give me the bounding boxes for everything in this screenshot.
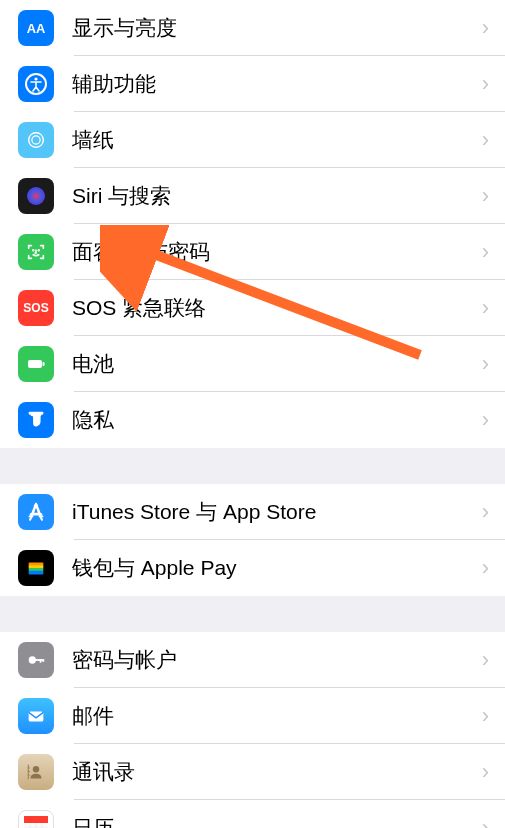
svg-rect-26 xyxy=(28,771,30,772)
appstore-icon xyxy=(18,494,54,530)
row-privacy[interactable]: 隐私 › xyxy=(0,392,505,448)
chevron-right-icon: › xyxy=(482,183,505,209)
chevron-right-icon: › xyxy=(482,499,505,525)
svg-point-2 xyxy=(34,77,37,80)
svg-rect-13 xyxy=(30,513,43,515)
row-label: 日历 xyxy=(72,814,482,828)
row-label: 辅助功能 xyxy=(72,70,482,98)
chevron-right-icon: › xyxy=(482,239,505,265)
row-label: 邮件 xyxy=(72,702,482,730)
row-label: 面容 ID 与密码 xyxy=(72,238,482,266)
mail-icon xyxy=(18,698,54,734)
row-label: 墙纸 xyxy=(72,126,482,154)
chevron-right-icon: › xyxy=(482,647,505,673)
row-accessibility[interactable]: 辅助功能 › xyxy=(0,56,505,112)
row-wallet[interactable]: 钱包与 Apple Pay › xyxy=(0,540,505,596)
row-wallpaper[interactable]: 墙纸 › xyxy=(0,112,505,168)
row-battery[interactable]: 电池 › xyxy=(0,336,505,392)
row-label: SOS 紧急联络 xyxy=(72,294,482,322)
sos-icon: SOS xyxy=(18,290,54,326)
svg-rect-10 xyxy=(43,362,45,366)
row-siri[interactable]: Siri 与搜索 › xyxy=(0,168,505,224)
chevron-right-icon: › xyxy=(482,71,505,97)
row-label: 显示与亮度 xyxy=(72,14,482,42)
svg-point-7 xyxy=(38,250,39,251)
row-passwords[interactable]: 密码与帐户 › xyxy=(0,632,505,688)
row-contacts[interactable]: 通讯录 › xyxy=(0,744,505,800)
faceid-icon xyxy=(18,234,54,270)
settings-group-3: 密码与帐户 › 邮件 › 通讯录 › 日历 › xyxy=(0,632,505,828)
row-calendar[interactable]: 日历 › xyxy=(0,800,505,828)
row-sos[interactable]: SOS SOS 紧急联络 › xyxy=(0,280,505,336)
row-label: 电池 xyxy=(72,350,482,378)
chevron-right-icon: › xyxy=(482,555,505,581)
settings-group-2: iTunes Store 与 App Store › 钱包与 Apple Pay… xyxy=(0,484,505,596)
row-display[interactable]: AA 显示与亮度 › xyxy=(0,0,505,56)
svg-text:SOS: SOS xyxy=(23,301,48,315)
svg-rect-28 xyxy=(24,816,48,823)
chevron-right-icon: › xyxy=(482,703,505,729)
siri-icon xyxy=(18,178,54,214)
svg-rect-27 xyxy=(28,775,30,776)
chevron-right-icon: › xyxy=(482,351,505,377)
wallet-icon xyxy=(18,550,54,586)
svg-rect-21 xyxy=(42,659,44,662)
group-spacer xyxy=(0,596,505,632)
row-label: Siri 与搜索 xyxy=(72,182,482,210)
svg-rect-9 xyxy=(28,360,42,368)
row-faceid[interactable]: 面容 ID 与密码 › xyxy=(0,224,505,280)
chevron-right-icon: › xyxy=(482,815,505,828)
chevron-right-icon: › xyxy=(482,127,505,153)
svg-point-23 xyxy=(33,766,39,772)
svg-point-6 xyxy=(33,250,34,251)
contacts-icon xyxy=(18,754,54,790)
svg-rect-25 xyxy=(28,767,30,768)
svg-point-4 xyxy=(32,136,40,144)
row-label: 钱包与 Apple Pay xyxy=(72,554,482,582)
svg-rect-17 xyxy=(29,571,44,575)
battery-icon xyxy=(18,346,54,382)
row-label: 隐私 xyxy=(72,406,482,434)
svg-rect-22 xyxy=(29,711,44,721)
svg-rect-19 xyxy=(35,659,43,661)
chevron-right-icon: › xyxy=(482,759,505,785)
svg-point-5 xyxy=(27,187,45,205)
row-itunes[interactable]: iTunes Store 与 App Store › xyxy=(0,484,505,540)
calendar-icon xyxy=(18,810,54,828)
svg-point-18 xyxy=(29,656,36,663)
privacy-icon xyxy=(18,402,54,438)
display-icon: AA xyxy=(18,10,54,46)
row-mail[interactable]: 邮件 › xyxy=(0,688,505,744)
chevron-right-icon: › xyxy=(482,295,505,321)
chevron-right-icon: › xyxy=(482,407,505,433)
group-spacer xyxy=(0,448,505,484)
accessibility-icon xyxy=(18,66,54,102)
chevron-right-icon: › xyxy=(482,15,505,41)
settings-group-1: AA 显示与亮度 › 辅助功能 › 墙纸 › Siri 与搜索 › 面容 ID … xyxy=(0,0,505,448)
row-label: iTunes Store 与 App Store xyxy=(72,498,482,526)
key-icon xyxy=(18,642,54,678)
wallpaper-icon xyxy=(18,122,54,158)
row-label: 密码与帐户 xyxy=(72,646,482,674)
svg-rect-20 xyxy=(40,659,42,663)
svg-text:AA: AA xyxy=(27,21,46,36)
row-label: 通讯录 xyxy=(72,758,482,786)
